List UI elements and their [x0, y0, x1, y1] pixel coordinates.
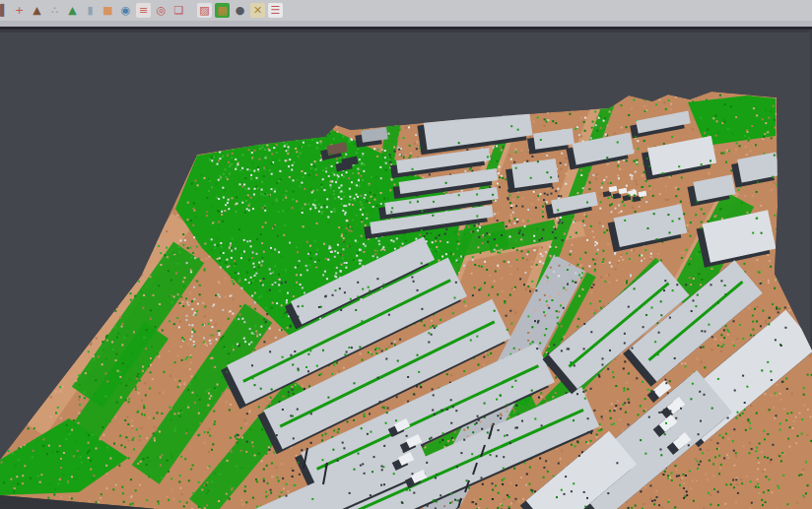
scatter-points-icon[interactable]: ∴: [47, 3, 62, 18]
terrain-mountain-icon[interactable]: ▲: [30, 3, 44, 18]
target-ring-icon[interactable]: ◎: [154, 3, 169, 18]
clipped-edge-icon[interactable]: ▌: [0, 3, 9, 18]
dark-sphere-icon[interactable]: ●: [233, 3, 247, 18]
classification-palette-icon[interactable]: ▦: [215, 3, 230, 18]
pick-points-icon[interactable]: +: [12, 3, 27, 18]
point-cloud-scene: [0, 30, 812, 509]
main-toolbar: ▌+▲∴▲▮■◉≡◎❏▨▦●✕☰: [0, 0, 812, 21]
wall-panel-icon[interactable]: ▮: [83, 3, 98, 18]
application-window: ▌+▲∴▲▮■◉≡◎❏▨▦●✕☰: [0, 0, 812, 509]
red-stripes-icon[interactable]: ☰: [268, 3, 283, 18]
hatch-grid-icon[interactable]: ▨: [197, 3, 212, 18]
ortho-square-icon[interactable]: ■: [101, 3, 115, 18]
viewport-3d[interactable]: [0, 30, 812, 509]
measure-cross-icon[interactable]: ✕: [250, 3, 265, 18]
layer-list-icon[interactable]: ≡: [136, 3, 151, 18]
zoom-extents-icon[interactable]: ❏: [171, 3, 186, 18]
green-hill-icon[interactable]: ▲: [65, 3, 80, 18]
orbit-globe-icon[interactable]: ◉: [118, 3, 133, 18]
